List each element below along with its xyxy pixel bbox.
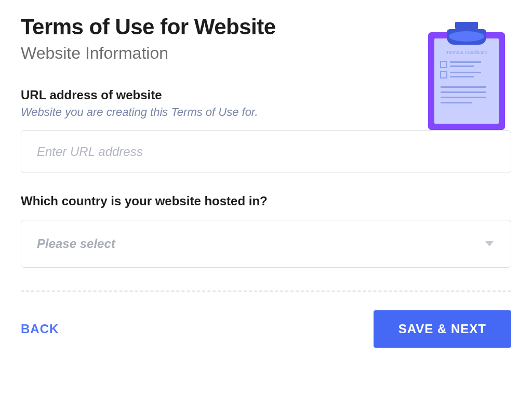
svg-rect-11 (441, 91, 486, 93)
svg-rect-8 (450, 72, 481, 73)
country-select-wrap: Please select (21, 220, 511, 268)
url-input[interactable] (21, 130, 511, 173)
svg-rect-6 (450, 61, 481, 63)
form-page: Terms & Conditions Terms of Use for Webs… (0, 0, 532, 368)
svg-rect-9 (450, 76, 474, 77)
back-button[interactable]: BACK (21, 322, 59, 336)
country-select[interactable]: Please select (21, 220, 511, 268)
field-block-country: Which country is your website hosted in?… (21, 194, 511, 268)
svg-rect-13 (441, 102, 472, 103)
chevron-down-icon (485, 241, 494, 246)
section-divider (21, 291, 511, 292)
footer-row: BACK SAVE & NEXT (21, 310, 511, 348)
save-next-button[interactable]: SAVE & NEXT (374, 310, 511, 348)
illustration-doc-label: Terms & Conditions (446, 50, 487, 55)
svg-rect-12 (441, 97, 486, 98)
country-field-label: Which country is your website hosted in? (21, 194, 511, 208)
svg-rect-10 (441, 86, 486, 88)
svg-rect-2 (455, 22, 478, 29)
svg-rect-7 (450, 65, 474, 67)
clipboard-illustration: Terms & Conditions (425, 19, 508, 133)
svg-point-3 (449, 31, 484, 42)
